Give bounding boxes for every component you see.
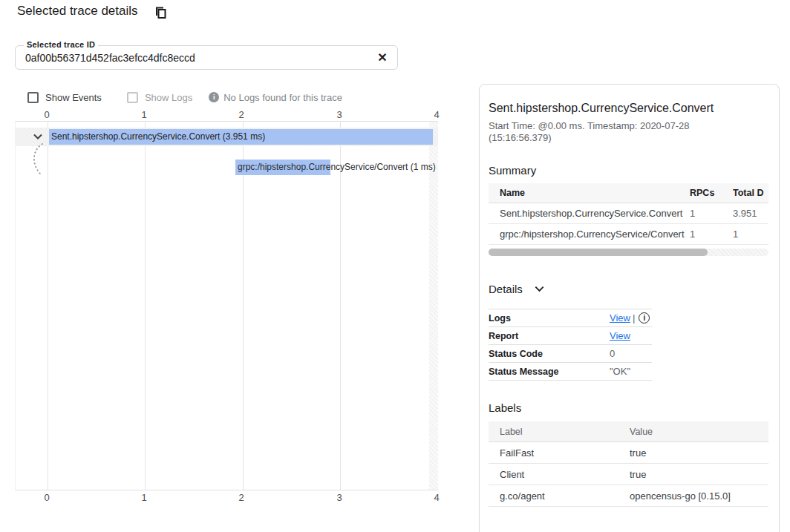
labels-header-row: Label Value (489, 421, 768, 442)
span-detail-card: Sent.hipstershop.CurrencyService.Convert… (479, 84, 780, 532)
show-logs-label: Show Logs (145, 92, 192, 103)
span-row-parent[interactable]: Sent.hipstershop.CurrencyService.Convert… (16, 128, 438, 146)
span-bar-label: Sent.hipstershop.CurrencyService.Convert… (49, 129, 433, 145)
axis-tick: 2 (230, 109, 252, 120)
summary-header-row: Name RPCs Total D (489, 183, 768, 203)
details-heading: Details (489, 283, 523, 295)
axis-tick: 3 (328, 492, 350, 503)
scrollbar-thumb[interactable] (489, 249, 708, 256)
labels-table: Label Value FailFast true Client true g.… (489, 421, 768, 507)
gridline (48, 122, 48, 490)
show-events-label: Show Events (45, 92, 102, 103)
span-row-child[interactable]: grpc:/hipstershop.CurrencyService/Conver… (16, 159, 438, 177)
trace-end-band (429, 122, 438, 490)
value-cell: opencensus-go [0.15.0] (630, 490, 768, 502)
chevron-down-icon (32, 131, 44, 142)
show-logs-checkbox (127, 92, 138, 103)
gridline (145, 122, 146, 490)
labels-row: Client true (489, 464, 768, 485)
span-title: Sent.hipstershop.CurrencyService.Convert (489, 102, 768, 115)
summary-cell-name: grpc:/hipstershop.CurrencyService/Conver… (489, 229, 690, 240)
no-logs-note: No Logs found for this trace (223, 92, 342, 103)
axis-tick: 0 (36, 492, 58, 503)
summary-horizontal-scrollbar[interactable] (489, 249, 768, 256)
details-row-status-code: Status Code 0 (489, 345, 652, 363)
gridline (243, 122, 244, 490)
summary-heading: Summary (489, 164, 768, 177)
labels-row: g.co/agent opencensus-go [0.15.0] (489, 485, 768, 507)
trace-id-field: Selected trace ID ✕ (15, 45, 398, 70)
status-code-value: 0 (610, 348, 615, 359)
label-cell: FailFast (489, 447, 630, 459)
summary-row: Sent.hipstershop.CurrencyService.Convert… (489, 203, 768, 224)
timeline-controls: Show Events Show Logs i No Logs found fo… (27, 90, 342, 105)
summary-col-rpcs: RPCs (690, 188, 733, 198)
labels-col-label: Label (489, 427, 630, 437)
no-logs-info-icon: i (209, 92, 219, 102)
logs-view-link[interactable]: View (610, 312, 630, 324)
summary-col-name: Name (489, 188, 690, 198)
collapse-span-button[interactable] (32, 131, 44, 142)
axis-tick: 1 (133, 109, 155, 120)
details-label: Report (489, 331, 610, 341)
details-label: Logs (489, 313, 610, 324)
labels-heading: Labels (489, 401, 768, 414)
trace-waterfall-chart: 0 1 2 3 4 Sent.hipstershop.CurrencyServi… (15, 109, 438, 503)
span-start-time: Start Time: @0.00 ms. Timestamp: 2020-07… (489, 120, 689, 131)
span-subtitle: Start Time: @0.00 ms. Timestamp: 2020-07… (489, 120, 768, 144)
summary-cell-name: Sent.hipstershop.CurrencyService.Convert (489, 208, 690, 219)
summary-row: grpc:/hipstershop.CurrencyService/Conver… (489, 224, 768, 245)
waterfall-plot-area: Sent.hipstershop.CurrencyService.Convert… (15, 121, 438, 490)
label-cell: g.co/agent (489, 490, 630, 502)
copy-trace-button[interactable] (154, 7, 168, 20)
span-bar-parent[interactable]: Sent.hipstershop.CurrencyService.Convert… (49, 129, 433, 145)
report-view-link[interactable]: View (610, 330, 630, 341)
summary-cell-total: 1 (733, 229, 768, 240)
label-cell: Client (489, 469, 630, 480)
details-row-report: Report View (489, 327, 652, 345)
summary-cell-total: 3.951 (733, 208, 768, 219)
copy-icon (155, 7, 167, 19)
details-section-header: Details (489, 283, 768, 295)
details-label: Status Message (489, 367, 610, 377)
axis-tick: 4 (425, 109, 448, 120)
clear-trace-id-button[interactable]: ✕ (375, 50, 390, 65)
details-collapse-chevron-icon[interactable] (534, 283, 545, 295)
details-row-logs: Logs View | i (489, 309, 652, 327)
details-row-status-message: Status Message "OK" (489, 363, 652, 381)
gridline (340, 122, 341, 490)
summary-cell-rpcs: 1 (690, 229, 733, 240)
summary-table: Name RPCs Total D Sent.hipstershop.Curre… (489, 183, 768, 256)
span-bar-label: grpc:/hipstershop.CurrencyService/Conver… (238, 160, 438, 175)
axis-tick: 2 (230, 492, 252, 503)
axis-tick: 3 (328, 109, 350, 120)
value-cell: true (630, 469, 768, 480)
value-cell: true (630, 447, 768, 459)
summary-col-total: Total D (733, 188, 768, 198)
trace-id-input[interactable] (25, 46, 367, 69)
labels-col-value: Value (630, 427, 768, 437)
details-label: Status Code (489, 349, 610, 359)
details-table: Logs View | i Report View Status Code 0 … (489, 309, 652, 381)
axis-tick: 4 (425, 492, 448, 503)
trace-details-page: Selected trace details Selected trace ID… (0, 0, 790, 532)
labels-row: FailFast true (489, 442, 768, 464)
pipe-separator: | (633, 312, 635, 324)
logs-info-icon[interactable]: i (639, 312, 650, 324)
show-events-checkbox[interactable] (27, 92, 39, 103)
page-title: Selected trace details (17, 4, 138, 19)
axis-tick: 1 (133, 492, 155, 503)
span-timestamp: (15:16:56.379) (489, 132, 552, 143)
axis-tick: 0 (36, 109, 58, 120)
summary-cell-rpcs: 1 (690, 208, 733, 219)
status-message-value: "OK" (610, 366, 630, 377)
